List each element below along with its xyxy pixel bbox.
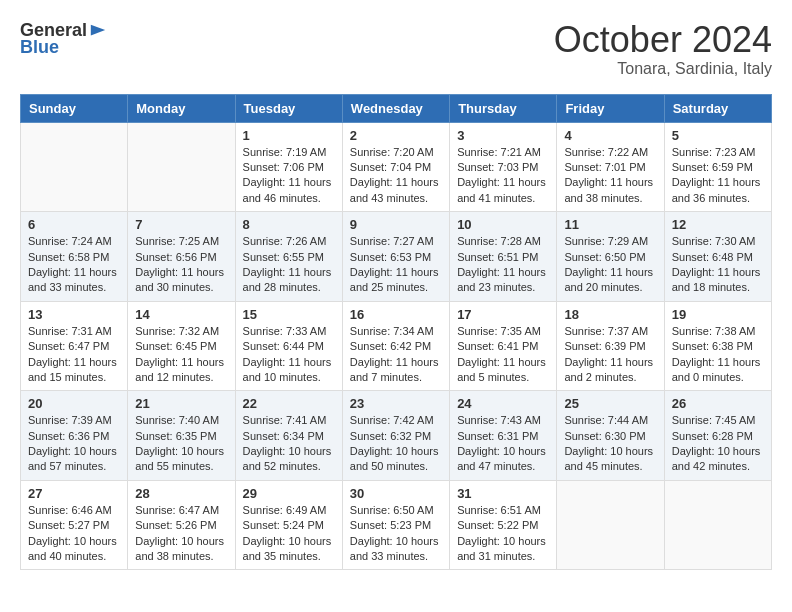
day-info: Sunrise: 7:22 AM Sunset: 7:01 PM Dayligh…: [564, 145, 656, 207]
calendar-day-cell: 1Sunrise: 7:19 AM Sunset: 7:06 PM Daylig…: [235, 122, 342, 212]
day-number: 12: [672, 217, 764, 232]
day-info: Sunrise: 7:25 AM Sunset: 6:56 PM Dayligh…: [135, 234, 227, 296]
day-number: 21: [135, 396, 227, 411]
header-tuesday: Tuesday: [235, 94, 342, 122]
calendar-day-cell: 13Sunrise: 7:31 AM Sunset: 6:47 PM Dayli…: [21, 301, 128, 391]
day-number: 5: [672, 128, 764, 143]
calendar-day-cell: 24Sunrise: 7:43 AM Sunset: 6:31 PM Dayli…: [450, 391, 557, 481]
day-info: Sunrise: 7:32 AM Sunset: 6:45 PM Dayligh…: [135, 324, 227, 386]
day-number: 23: [350, 396, 442, 411]
day-info: Sunrise: 6:49 AM Sunset: 5:24 PM Dayligh…: [243, 503, 335, 565]
calendar-day-cell: 9Sunrise: 7:27 AM Sunset: 6:53 PM Daylig…: [342, 212, 449, 302]
location-title: Tonara, Sardinia, Italy: [554, 60, 772, 78]
calendar-day-cell: 31Sunrise: 6:51 AM Sunset: 5:22 PM Dayli…: [450, 480, 557, 570]
header-sunday: Sunday: [21, 94, 128, 122]
day-number: 19: [672, 307, 764, 322]
day-number: 1: [243, 128, 335, 143]
day-number: 8: [243, 217, 335, 232]
calendar-week-row: 27Sunrise: 6:46 AM Sunset: 5:27 PM Dayli…: [21, 480, 772, 570]
day-number: 17: [457, 307, 549, 322]
day-info: Sunrise: 7:26 AM Sunset: 6:55 PM Dayligh…: [243, 234, 335, 296]
calendar-day-cell: 21Sunrise: 7:40 AM Sunset: 6:35 PM Dayli…: [128, 391, 235, 481]
calendar-week-row: 13Sunrise: 7:31 AM Sunset: 6:47 PM Dayli…: [21, 301, 772, 391]
day-number: 14: [135, 307, 227, 322]
day-number: 27: [28, 486, 120, 501]
day-number: 20: [28, 396, 120, 411]
calendar-day-cell: 29Sunrise: 6:49 AM Sunset: 5:24 PM Dayli…: [235, 480, 342, 570]
day-number: 26: [672, 396, 764, 411]
day-info: Sunrise: 7:40 AM Sunset: 6:35 PM Dayligh…: [135, 413, 227, 475]
calendar-table: Sunday Monday Tuesday Wednesday Thursday…: [20, 94, 772, 571]
weekday-header-row: Sunday Monday Tuesday Wednesday Thursday…: [21, 94, 772, 122]
svg-marker-0: [91, 24, 105, 35]
calendar-day-cell: 12Sunrise: 7:30 AM Sunset: 6:48 PM Dayli…: [664, 212, 771, 302]
calendar-day-cell: 22Sunrise: 7:41 AM Sunset: 6:34 PM Dayli…: [235, 391, 342, 481]
calendar-day-cell: 7Sunrise: 7:25 AM Sunset: 6:56 PM Daylig…: [128, 212, 235, 302]
day-info: Sunrise: 7:27 AM Sunset: 6:53 PM Dayligh…: [350, 234, 442, 296]
day-info: Sunrise: 6:47 AM Sunset: 5:26 PM Dayligh…: [135, 503, 227, 565]
day-number: 15: [243, 307, 335, 322]
day-info: Sunrise: 7:44 AM Sunset: 6:30 PM Dayligh…: [564, 413, 656, 475]
calendar-day-cell: 20Sunrise: 7:39 AM Sunset: 6:36 PM Dayli…: [21, 391, 128, 481]
calendar-day-cell: [21, 122, 128, 212]
calendar-day-cell: 4Sunrise: 7:22 AM Sunset: 7:01 PM Daylig…: [557, 122, 664, 212]
logo-blue-text: Blue: [20, 37, 59, 58]
day-info: Sunrise: 6:46 AM Sunset: 5:27 PM Dayligh…: [28, 503, 120, 565]
calendar-week-row: 1Sunrise: 7:19 AM Sunset: 7:06 PM Daylig…: [21, 122, 772, 212]
day-number: 18: [564, 307, 656, 322]
calendar-day-cell: 28Sunrise: 6:47 AM Sunset: 5:26 PM Dayli…: [128, 480, 235, 570]
day-info: Sunrise: 7:42 AM Sunset: 6:32 PM Dayligh…: [350, 413, 442, 475]
calendar-day-cell: 19Sunrise: 7:38 AM Sunset: 6:38 PM Dayli…: [664, 301, 771, 391]
day-info: Sunrise: 7:24 AM Sunset: 6:58 PM Dayligh…: [28, 234, 120, 296]
day-info: Sunrise: 7:20 AM Sunset: 7:04 PM Dayligh…: [350, 145, 442, 207]
calendar-day-cell: 11Sunrise: 7:29 AM Sunset: 6:50 PM Dayli…: [557, 212, 664, 302]
logo-flag-icon: [89, 22, 107, 40]
day-number: 6: [28, 217, 120, 232]
calendar-day-cell: [557, 480, 664, 570]
day-number: 29: [243, 486, 335, 501]
calendar-day-cell: 18Sunrise: 7:37 AM Sunset: 6:39 PM Dayli…: [557, 301, 664, 391]
day-info: Sunrise: 7:30 AM Sunset: 6:48 PM Dayligh…: [672, 234, 764, 296]
calendar-day-cell: 15Sunrise: 7:33 AM Sunset: 6:44 PM Dayli…: [235, 301, 342, 391]
day-number: 3: [457, 128, 549, 143]
calendar-day-cell: 26Sunrise: 7:45 AM Sunset: 6:28 PM Dayli…: [664, 391, 771, 481]
day-number: 9: [350, 217, 442, 232]
day-info: Sunrise: 7:29 AM Sunset: 6:50 PM Dayligh…: [564, 234, 656, 296]
day-number: 22: [243, 396, 335, 411]
day-number: 7: [135, 217, 227, 232]
day-info: Sunrise: 7:37 AM Sunset: 6:39 PM Dayligh…: [564, 324, 656, 386]
day-number: 25: [564, 396, 656, 411]
day-info: Sunrise: 7:19 AM Sunset: 7:06 PM Dayligh…: [243, 145, 335, 207]
day-info: Sunrise: 7:43 AM Sunset: 6:31 PM Dayligh…: [457, 413, 549, 475]
day-number: 10: [457, 217, 549, 232]
header-thursday: Thursday: [450, 94, 557, 122]
calendar-day-cell: 10Sunrise: 7:28 AM Sunset: 6:51 PM Dayli…: [450, 212, 557, 302]
day-number: 16: [350, 307, 442, 322]
calendar-day-cell: 16Sunrise: 7:34 AM Sunset: 6:42 PM Dayli…: [342, 301, 449, 391]
calendar-day-cell: 5Sunrise: 7:23 AM Sunset: 6:59 PM Daylig…: [664, 122, 771, 212]
day-number: 4: [564, 128, 656, 143]
calendar-day-cell: 30Sunrise: 6:50 AM Sunset: 5:23 PM Dayli…: [342, 480, 449, 570]
page-header: General Blue October 2024 Tonara, Sardin…: [20, 20, 772, 78]
day-info: Sunrise: 7:41 AM Sunset: 6:34 PM Dayligh…: [243, 413, 335, 475]
calendar-day-cell: 25Sunrise: 7:44 AM Sunset: 6:30 PM Dayli…: [557, 391, 664, 481]
calendar-week-row: 6Sunrise: 7:24 AM Sunset: 6:58 PM Daylig…: [21, 212, 772, 302]
calendar-day-cell: 27Sunrise: 6:46 AM Sunset: 5:27 PM Dayli…: [21, 480, 128, 570]
day-number: 31: [457, 486, 549, 501]
day-number: 13: [28, 307, 120, 322]
month-title: October 2024: [554, 20, 772, 60]
day-info: Sunrise: 7:39 AM Sunset: 6:36 PM Dayligh…: [28, 413, 120, 475]
calendar-day-cell: 2Sunrise: 7:20 AM Sunset: 7:04 PM Daylig…: [342, 122, 449, 212]
day-info: Sunrise: 6:50 AM Sunset: 5:23 PM Dayligh…: [350, 503, 442, 565]
day-info: Sunrise: 7:34 AM Sunset: 6:42 PM Dayligh…: [350, 324, 442, 386]
calendar-day-cell: 8Sunrise: 7:26 AM Sunset: 6:55 PM Daylig…: [235, 212, 342, 302]
calendar-body: 1Sunrise: 7:19 AM Sunset: 7:06 PM Daylig…: [21, 122, 772, 570]
day-info: Sunrise: 7:33 AM Sunset: 6:44 PM Dayligh…: [243, 324, 335, 386]
calendar-day-cell: 6Sunrise: 7:24 AM Sunset: 6:58 PM Daylig…: [21, 212, 128, 302]
calendar-day-cell: 23Sunrise: 7:42 AM Sunset: 6:32 PM Dayli…: [342, 391, 449, 481]
day-number: 28: [135, 486, 227, 501]
header-saturday: Saturday: [664, 94, 771, 122]
day-number: 11: [564, 217, 656, 232]
day-info: Sunrise: 7:38 AM Sunset: 6:38 PM Dayligh…: [672, 324, 764, 386]
day-number: 24: [457, 396, 549, 411]
